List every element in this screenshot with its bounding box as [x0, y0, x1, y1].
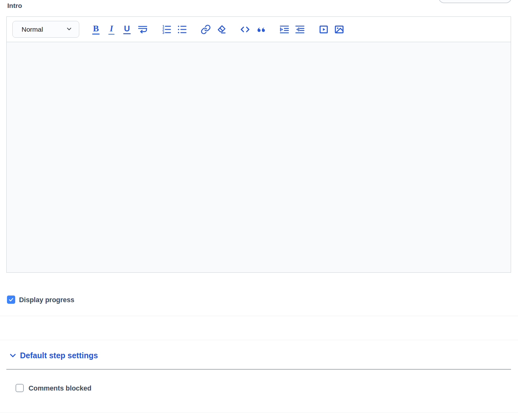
bulleted-list-button[interactable] — [174, 22, 190, 37]
rich-text-editor: Normal B I U — [6, 16, 511, 273]
toolbar-group-indent — [276, 22, 308, 37]
display-progress-label[interactable]: Display progress — [19, 296, 74, 304]
chevron-down-icon — [66, 25, 73, 34]
bulleted-list-icon — [177, 24, 187, 35]
divider — [0, 316, 518, 316]
paragraph-style-dropdown[interactable]: Normal — [12, 21, 79, 38]
toolbar-group-link — [198, 22, 229, 37]
bold-button[interactable]: B — [88, 22, 104, 37]
link-button[interactable] — [198, 22, 213, 37]
eraser-icon — [216, 24, 227, 35]
remove-format-button[interactable] — [213, 22, 229, 37]
block-quote-icon — [255, 24, 266, 35]
insert-image-button[interactable] — [331, 22, 347, 37]
section-divider — [6, 369, 511, 370]
underline-icon: U — [123, 24, 131, 34]
numbered-list-button[interactable]: 1 2 3 — [159, 22, 174, 37]
comments-blocked-checkbox[interactable] — [16, 384, 24, 392]
default-step-settings-toggle[interactable]: Default step settings — [9, 351, 98, 360]
check-icon — [8, 297, 14, 302]
toolbar-group-media — [316, 22, 347, 37]
numbered-list-icon: 1 2 3 — [161, 24, 172, 35]
wrap-text-button[interactable] — [135, 22, 150, 37]
display-progress-checkbox[interactable] — [7, 296, 15, 304]
wrap-text-icon — [137, 24, 148, 35]
italic-button[interactable]: I — [104, 22, 119, 37]
svg-text:3: 3 — [162, 30, 164, 34]
outdent-icon — [295, 24, 305, 35]
divider — [0, 412, 518, 413]
page: Intro Normal B I U — [0, 0, 518, 420]
editor-toolbar: Normal B I U — [7, 17, 511, 42]
toolbar-group-code-quote — [237, 22, 268, 37]
bold-icon: B — [92, 24, 100, 35]
outdent-button[interactable] — [292, 22, 308, 37]
media-embed-icon — [318, 24, 329, 35]
insert-media-button[interactable] — [316, 22, 331, 37]
default-step-settings-title: Default step settings — [20, 351, 98, 360]
indent-button[interactable] — [276, 22, 292, 37]
italic-icon: I — [108, 24, 114, 35]
link-icon — [200, 24, 211, 35]
editor-content[interactable] — [7, 42, 511, 272]
indent-icon — [279, 24, 290, 35]
paragraph-style-value: Normal — [22, 26, 43, 33]
block-quote-button[interactable] — [253, 22, 268, 37]
toolbar-group-text-format: B I U — [88, 22, 150, 37]
toolbar-group-lists: 1 2 3 — [159, 22, 190, 37]
partial-top-button[interactable] — [438, 0, 512, 3]
underline-button[interactable]: U — [119, 22, 135, 37]
divider — [0, 340, 518, 340]
comments-blocked-label[interactable]: Comments blocked — [29, 385, 91, 392]
code-icon — [240, 24, 250, 35]
intro-field-label: Intro — [7, 2, 22, 10]
chevron-down-icon — [9, 352, 17, 360]
code-button[interactable] — [237, 22, 253, 37]
image-icon — [334, 24, 345, 35]
